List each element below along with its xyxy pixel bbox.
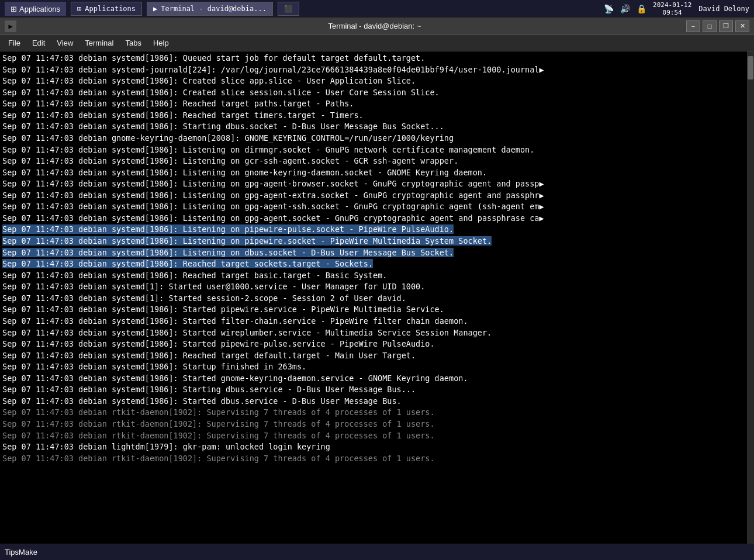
taskbar-terminal-label: Terminal - david@debia...	[161, 5, 267, 13]
terminal-line: Sep 07 11:47:03 debian systemd[1986]: Li…	[2, 179, 544, 188]
taskbar-item-terminal[interactable]: ▶ Terminal - david@debia...	[147, 2, 273, 16]
taskbar-app-label: Applications	[85, 5, 136, 13]
terminal-line: Sep 07 11:47:03 debian systemd[1986]: Li…	[2, 156, 458, 165]
scrollbar[interactable]	[747, 51, 754, 547]
title-bar-left: ▶	[5, 20, 63, 32]
app-menu-button[interactable]: ⊞ Applications	[5, 2, 66, 16]
terminal-line: Sep 07 11:47:03 debian systemd[1986]: Re…	[2, 271, 387, 280]
title-bar: ▶ Terminal - david@debian: ~ − □ ❐ ✕	[0, 18, 754, 35]
terminal-line: Sep 07 11:47:03 debian systemd[1986]: St…	[2, 385, 416, 394]
terminal-line: Sep 07 11:47:03 debian systemd[1986]: St…	[2, 374, 468, 383]
terminal-line: Sep 07 11:47:03 debian lightdm[1979]: gk…	[2, 442, 330, 451]
terminal-line: Sep 07 11:47:03 debian rtkit-daemon[1902…	[2, 419, 435, 428]
menu-edit[interactable]: Edit	[26, 35, 51, 51]
taskbar-item-applications[interactable]: ⊞ Applications	[71, 2, 142, 16]
lock-icon[interactable]: 🔒	[637, 4, 646, 13]
terminal-line: Sep 07 11:47:03 debian systemd[1986]: St…	[2, 339, 435, 348]
restore-button[interactable]: ❐	[719, 20, 733, 32]
maximize-button[interactable]: □	[703, 20, 717, 32]
terminal-line: Sep 07 11:47:03 debian systemd[1986]: Li…	[2, 168, 487, 177]
title-bar-controls: − □ ❐ ✕	[686, 20, 749, 32]
minimize-button[interactable]: −	[686, 20, 700, 32]
terminal-line: Sep 07 11:47:03 debian systemd[1986]: Cr…	[2, 76, 416, 85]
terminal-line: Sep 07 11:47:03 debian systemd[1]: Start…	[2, 293, 406, 303]
terminal-line: Sep 07 11:47:03 debian systemd[1986]: Qu…	[2, 53, 425, 63]
scrollbar-thumb[interactable]	[748, 56, 753, 79]
terminal-line: Sep 07 11:47:03 debian systemd[1986]: St…	[2, 316, 468, 326]
window-control-icon: ⬛	[284, 5, 293, 13]
terminal-line: Sep 07 11:47:03 debian systemd[1986]: St…	[2, 305, 444, 314]
network-icon[interactable]: 📡	[604, 4, 613, 13]
menu-file[interactable]: File	[2, 35, 26, 51]
system-bar-right: 📡 🔊 🔒 2024-01-12 09:54 David Delony	[604, 1, 749, 16]
terminal-line: Sep 07 11:47:03 debian systemd[1986]: St…	[2, 362, 306, 371]
volume-icon[interactable]: 🔊	[620, 4, 630, 13]
menu-bar: File Edit View Terminal Tabs Help	[0, 35, 754, 51]
terminal-line: Sep 07 11:47:03 debian systemd[1986]: Li…	[2, 224, 454, 234]
terminal-line: Sep 07 11:47:03 debian systemd[1986]: Li…	[2, 213, 544, 223]
app-menu-label: Applications	[19, 5, 60, 13]
brand-label: TipsMake	[5, 548, 37, 556]
terminal-line: Sep 07 11:47:03 debian systemd[1986]: Li…	[2, 145, 534, 154]
app-menu-icon: ⊞	[11, 5, 17, 13]
taskbar-app-icon: ⊞	[77, 5, 81, 13]
terminal-output: Sep 07 11:47:03 debian systemd[1986]: Qu…	[0, 51, 747, 547]
menu-help[interactable]: Help	[147, 35, 175, 51]
terminal-line: Sep 07 11:47:03 debian systemd[1986]: Li…	[2, 202, 544, 211]
terminal-line: Sep 07 11:47:03 debian rtkit-daemon[1902…	[2, 407, 435, 417]
datetime-display: 2024-01-12 09:54	[653, 1, 691, 16]
terminal-line: Sep 07 11:47:03 debian systemd[1986]: Li…	[2, 248, 454, 257]
username-display: David Delony	[698, 5, 749, 13]
menu-view[interactable]: View	[51, 35, 79, 51]
terminal-line: Sep 07 11:47:03 debian systemd[1986]: Re…	[2, 351, 416, 360]
close-button[interactable]: ✕	[735, 20, 749, 32]
terminal-line: Sep 07 11:47:03 debian systemd-journald[…	[2, 65, 544, 74]
system-bar-left: ⊞ Applications ⊞ Applications ▶ Terminal…	[5, 2, 299, 16]
taskbar-bottom: TipsMake	[0, 544, 754, 560]
terminal-line: Sep 07 11:47:03 debian systemd[1986]: Re…	[2, 99, 354, 108]
terminal-content[interactable]: Sep 07 11:47:03 debian systemd[1986]: Qu…	[0, 51, 754, 547]
terminal-window: ▶ Terminal - david@debian: ~ − □ ❐ ✕ Fil…	[0, 18, 754, 560]
terminal-line: Sep 07 11:47:03 debian systemd[1986]: St…	[2, 122, 444, 131]
terminal-line: Sep 07 11:47:03 debian rtkit-daemon[1902…	[2, 454, 435, 463]
terminal-line: Sep 07 11:47:03 debian gnome-keyring-dae…	[2, 133, 454, 143]
terminal-line: Sep 07 11:47:03 debian systemd[1]: Start…	[2, 282, 425, 291]
terminal-line: Sep 07 11:47:03 debian systemd[1986]: Li…	[2, 236, 492, 246]
terminal-line: Sep 07 11:47:03 debian systemd[1986]: Cr…	[2, 88, 440, 97]
terminal-window-icon: ▶	[5, 20, 16, 32]
terminal-line: Sep 07 11:47:03 debian systemd[1986]: St…	[2, 396, 402, 406]
terminal-line: Sep 07 11:47:03 debian systemd[1986]: Re…	[2, 259, 373, 268]
terminal-line: Sep 07 11:47:03 debian rtkit-daemon[1902…	[2, 431, 435, 440]
terminal-line: Sep 07 11:47:03 debian systemd[1986]: Li…	[2, 191, 544, 200]
system-bar: ⊞ Applications ⊞ Applications ▶ Terminal…	[0, 0, 754, 18]
title-bar-title: Terminal - david@debian: ~	[63, 22, 686, 30]
menu-terminal[interactable]: Terminal	[79, 35, 119, 51]
taskbar-terminal-icon: ▶	[153, 5, 157, 13]
terminal-line: Sep 07 11:47:03 debian systemd[1986]: St…	[2, 328, 492, 337]
taskbar-window-control[interactable]: ⬛	[278, 2, 299, 16]
terminal-line: Sep 07 11:47:03 debian systemd[1986]: Re…	[2, 110, 364, 120]
menu-tabs[interactable]: Tabs	[119, 35, 147, 51]
